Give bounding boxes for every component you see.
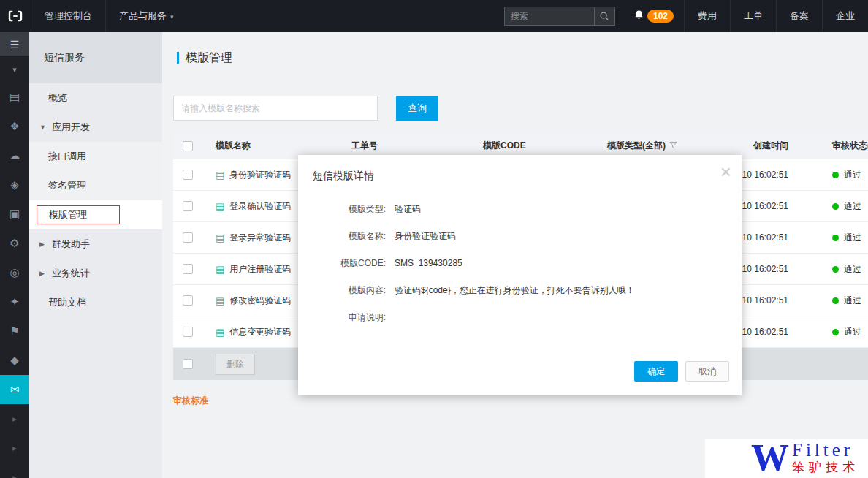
rail-settings-icon[interactable]: ⚙	[0, 229, 29, 258]
rail-chevron-icon-2[interactable]: ▸	[0, 433, 29, 463]
annotation-red-box: 模版管理	[37, 205, 120, 224]
nav-link-enterprise[interactable]: 企业	[822, 0, 868, 32]
template-icon: ▤	[216, 327, 224, 338]
field-label: 申请说明:	[298, 311, 386, 324]
aliyun-logo-icon[interactable]	[0, 0, 31, 32]
template-icon: ▤	[216, 170, 224, 181]
header-template-name: 模版名称	[202, 140, 346, 152]
caret-right-icon: ▶	[39, 240, 47, 248]
header-template-type[interactable]: 模版类型(全部)	[601, 140, 696, 152]
sidebar-item-overview[interactable]: 概览	[29, 83, 162, 113]
watermark-logo: W Filter 笨驴技术	[705, 439, 868, 478]
sidebar-group-stats[interactable]: ▶ 业务统计	[29, 259, 162, 288]
sidebar-item-api[interactable]: 接口调用	[29, 142, 162, 171]
products-menu[interactable]: 产品与服务▾	[105, 0, 187, 32]
row-checkbox[interactable]	[183, 201, 193, 211]
row-checkbox[interactable]	[183, 170, 193, 180]
modal-fields: 模版类型: 验证码 模版名称: 身份验证验证码 模版CODE: SMS_1394…	[298, 203, 742, 324]
rail-product-icon-3[interactable]: ☁	[0, 141, 29, 170]
field-template-type: 模版类型: 验证码	[298, 203, 742, 216]
service-title: 短信服务	[29, 32, 162, 83]
field-value: 身份验证验证码	[395, 230, 473, 243]
status-text: 通过	[844, 200, 861, 213]
field-value: 验证码	[395, 203, 438, 216]
rail-product-icon-2[interactable]: ❖	[0, 112, 29, 141]
nav-link-tickets[interactable]: 工单	[730, 0, 776, 32]
field-value: 验证码${code}，您正在进行身份验证，打死不要告诉别人哦！	[395, 284, 652, 297]
template-name[interactable]: 用户注册验证码	[229, 263, 291, 276]
status-text: 通过	[844, 263, 861, 276]
status-text: 通过	[844, 326, 861, 338]
sidebar-item-signature[interactable]: 签名管理	[29, 171, 162, 200]
rail-product-icon-1[interactable]: ▤	[0, 83, 29, 112]
rail-product-icon-9[interactable]: ◆	[0, 346, 29, 375]
watermark-cn: 笨驴技术	[792, 460, 859, 476]
cancel-button[interactable]: 取消	[685, 361, 729, 382]
footer-checkbox[interactable]	[183, 359, 193, 369]
template-name[interactable]: 修改密码验证码	[229, 295, 291, 307]
header-order-number: 工单号	[346, 140, 477, 152]
modal-buttons: 确定 取消	[634, 361, 729, 382]
field-label: 模版内容:	[298, 284, 386, 297]
menu-icon[interactable]: ☰	[0, 32, 29, 56]
status-dot-icon	[832, 172, 839, 178]
bell-icon	[633, 9, 645, 23]
close-icon[interactable]: ×	[720, 162, 731, 181]
search-icon[interactable]	[594, 7, 614, 25]
filter-funnel-icon[interactable]	[669, 141, 677, 151]
notifications-button[interactable]: 102	[628, 0, 684, 32]
template-search-input[interactable]	[173, 96, 378, 121]
sidebar-item-template[interactable]: 模版管理	[29, 200, 162, 229]
sms-service-icon[interactable]: ✉	[0, 375, 29, 404]
page-title: 模版管理	[186, 50, 232, 66]
status-dot-icon	[832, 297, 839, 304]
template-name[interactable]: 信息变更验证码	[229, 326, 291, 338]
template-name[interactable]: 登录确认验证码	[229, 200, 291, 213]
nav-link-icp[interactable]: 备案	[776, 0, 822, 32]
field-value: SMS_139430285	[395, 257, 480, 270]
sidebar-item-help-docs[interactable]: 帮助文档	[29, 288, 162, 317]
rail-product-icon-6[interactable]: ◎	[0, 258, 29, 287]
header-template-code: 模版CODE	[477, 140, 601, 152]
console-home-link[interactable]: 管理控制台	[31, 0, 105, 32]
watermark-filter: Filter	[792, 441, 859, 460]
rail-product-icon-7[interactable]: ✦	[0, 287, 29, 316]
template-name[interactable]: 登录异常验证码	[229, 232, 291, 244]
header-template-type-label: 模版类型(全部)	[607, 140, 666, 152]
field-template-content: 模版内容: 验证码${code}，您正在进行身份验证，打死不要告诉别人哦！	[298, 284, 742, 297]
rail-chevron-icon-3[interactable]: ▸	[0, 463, 29, 478]
review-standards-link[interactable]: 审核标准	[173, 395, 208, 407]
confirm-button[interactable]: 确定	[634, 361, 678, 382]
rail-product-icon-4[interactable]: ◈	[0, 170, 29, 200]
rail-product-icon-8[interactable]: ⚑	[0, 316, 29, 346]
sidebar-item-template-label: 模版管理	[49, 208, 87, 221]
delete-button[interactable]: 删除	[216, 354, 255, 375]
template-icon: ▤	[216, 264, 224, 275]
watermark-w: W	[751, 441, 789, 476]
rail-product-icon-5[interactable]: ▣	[0, 200, 29, 229]
modal-title: 短信模版详情	[298, 155, 742, 183]
status-dot-icon	[832, 266, 839, 273]
template-icon: ▤	[216, 295, 224, 306]
global-search-input[interactable]	[505, 11, 594, 21]
sidebar-group-appdev[interactable]: ▼ 应用开发	[29, 113, 162, 142]
top-navbar: 管理控制台 产品与服务▾ 102 费用 工单 备案 企业	[0, 0, 868, 32]
select-all-checkbox[interactable]	[183, 141, 193, 151]
status-dot-icon	[832, 235, 839, 241]
sidebar-group-mass-send[interactable]: ▶ 群发助手	[29, 229, 162, 259]
rail-chevron-icon-1[interactable]: ▸	[0, 404, 29, 433]
row-checkbox[interactable]	[183, 295, 193, 306]
status-dot-icon	[832, 203, 839, 210]
status-text: 通过	[844, 232, 861, 244]
nav-link-billing[interactable]: 费用	[684, 0, 730, 32]
rail-collapse-icon[interactable]: ▾	[0, 56, 29, 83]
row-checkbox[interactable]	[183, 327, 193, 337]
row-checkbox[interactable]	[183, 264, 193, 274]
header-audit-status[interactable]: 审核状态(全部	[806, 140, 868, 152]
aliyun-logo-svg	[7, 8, 23, 24]
query-button[interactable]: 查询	[396, 96, 438, 121]
row-checkbox[interactable]	[183, 232, 193, 243]
service-sidebar: 短信服务 概览 ▼ 应用开发 接口调用 签名管理 模版管理 ▶ 群发助手 ▶ 业…	[29, 32, 162, 478]
template-name[interactable]: 身份验证验证码	[229, 169, 291, 181]
status-text: 通过	[844, 295, 861, 307]
